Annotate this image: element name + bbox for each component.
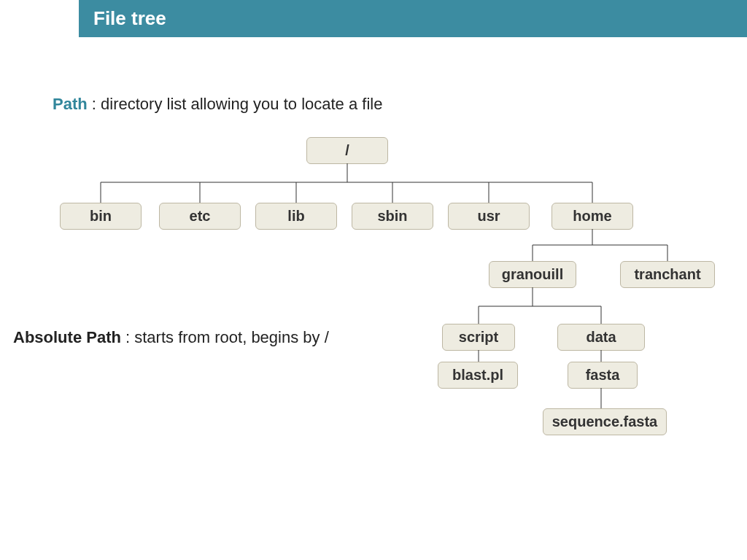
path-keyword: Path — [53, 95, 88, 113]
node-granouill: granouill — [489, 261, 576, 288]
node-data: data — [557, 324, 645, 351]
node-tranchant: tranchant — [620, 261, 715, 288]
absolute-path-keyword: Absolute Path — [13, 328, 121, 346]
node-usr: usr — [448, 203, 530, 230]
node-fasta: fasta — [568, 362, 638, 389]
node-home: home — [551, 203, 633, 230]
path-definition: Path : directory list allowing you to lo… — [53, 95, 382, 114]
node-root: / — [306, 137, 388, 164]
absolute-path-text: : starts from root, begins by / — [121, 328, 329, 346]
node-etc: etc — [159, 203, 241, 230]
node-sbin: sbin — [352, 203, 433, 230]
path-text: : directory list allowing you to locate … — [88, 95, 383, 113]
node-lib: lib — [255, 203, 337, 230]
absolute-path-definition: Absolute Path : starts from root, begins… — [13, 328, 329, 347]
node-script: script — [442, 324, 515, 351]
node-bin: bin — [60, 203, 142, 230]
node-sequence: sequence.fasta — [543, 408, 667, 435]
page-title: File tree — [79, 0, 747, 37]
node-blast: blast.pl — [438, 362, 518, 389]
